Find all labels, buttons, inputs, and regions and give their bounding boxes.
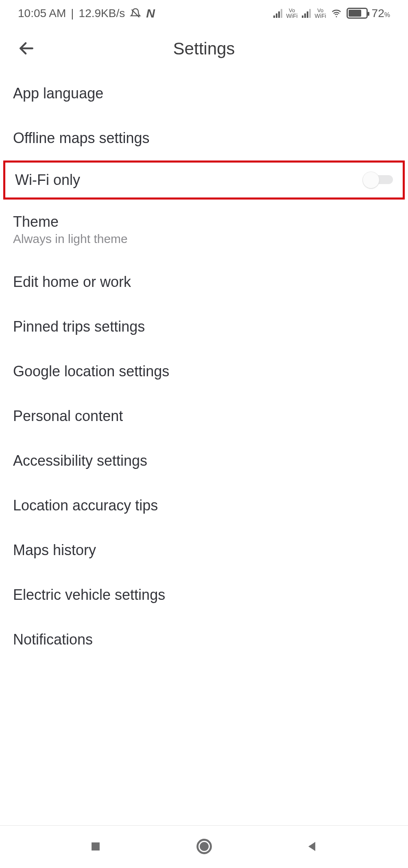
vowifi-icon-2: VoWiFi bbox=[315, 8, 326, 19]
nav-back-button[interactable] bbox=[301, 835, 323, 859]
item-google-location[interactable]: Google location settings bbox=[0, 349, 408, 394]
battery-percent: 72% bbox=[372, 7, 390, 20]
wifi-icon bbox=[330, 9, 343, 18]
switch-thumb bbox=[363, 172, 379, 188]
item-label: Offline maps settings bbox=[13, 130, 150, 147]
item-maps-history[interactable]: Maps history bbox=[0, 528, 408, 573]
item-label: App language bbox=[13, 85, 103, 102]
signal-icon-2 bbox=[302, 9, 311, 18]
status-bar: 10:05 AM | 12.9KB/s N VoWiFi VoWiFi 72% bbox=[0, 0, 408, 26]
nav-home-button[interactable] bbox=[191, 833, 217, 861]
signal-icon bbox=[273, 9, 282, 18]
highlight-wifi-only: Wi-Fi only bbox=[3, 161, 405, 200]
wifi-only-toggle[interactable] bbox=[364, 172, 393, 188]
item-accessibility[interactable]: Accessibility settings bbox=[0, 438, 408, 483]
item-label: Personal content bbox=[13, 408, 123, 425]
n-icon: N bbox=[146, 7, 155, 20]
app-bar: Settings bbox=[0, 26, 408, 71]
settings-list: App language Offline maps settings Wi-Fi… bbox=[0, 71, 408, 825]
item-label: Notifications bbox=[13, 631, 93, 648]
item-location-accuracy[interactable]: Location accuracy tips bbox=[0, 483, 408, 528]
item-personal-content[interactable]: Personal content bbox=[0, 394, 408, 438]
status-left: 10:05 AM | 12.9KB/s N bbox=[18, 7, 155, 20]
item-app-language[interactable]: App language bbox=[0, 71, 408, 116]
status-sep: | bbox=[71, 7, 74, 20]
item-sublabel: Always in light theme bbox=[13, 232, 128, 246]
item-offline-maps[interactable]: Offline maps settings bbox=[0, 116, 408, 161]
square-icon bbox=[89, 848, 103, 855]
nav-recents-button[interactable] bbox=[85, 835, 107, 859]
status-time: 10:05 AM bbox=[18, 7, 66, 20]
battery-icon bbox=[347, 8, 368, 19]
triangle-back-icon bbox=[305, 848, 319, 855]
back-button[interactable] bbox=[16, 39, 37, 59]
item-ev-settings[interactable]: Electric vehicle settings bbox=[0, 573, 408, 617]
svg-point-4 bbox=[200, 842, 209, 851]
svg-rect-2 bbox=[92, 842, 100, 851]
item-theme[interactable]: Theme Always in light theme bbox=[0, 200, 408, 260]
item-notifications[interactable]: Notifications bbox=[0, 617, 408, 662]
item-label: Theme bbox=[13, 213, 128, 230]
item-wifi-only[interactable]: Wi-Fi only bbox=[5, 163, 403, 197]
item-edit-home-work[interactable]: Edit home or work bbox=[0, 260, 408, 304]
item-pinned-trips[interactable]: Pinned trips settings bbox=[0, 304, 408, 349]
item-label: Electric vehicle settings bbox=[13, 586, 165, 603]
item-label: Pinned trips settings bbox=[13, 318, 145, 335]
item-label: Wi-Fi only bbox=[15, 171, 80, 189]
circle-icon bbox=[195, 851, 213, 857]
do-not-disturb-icon bbox=[130, 8, 141, 19]
system-nav-bar bbox=[0, 825, 408, 868]
arrow-back-icon bbox=[17, 39, 35, 59]
status-net-speed: 12.9KB/s bbox=[79, 7, 125, 20]
item-label: Location accuracy tips bbox=[13, 497, 158, 514]
vowifi-icon: VoWiFi bbox=[286, 8, 298, 19]
status-right: VoWiFi VoWiFi 72% bbox=[273, 7, 390, 20]
page-title: Settings bbox=[0, 39, 408, 59]
item-label: Google location settings bbox=[13, 363, 169, 380]
item-label: Maps history bbox=[13, 542, 96, 559]
item-label: Edit home or work bbox=[13, 273, 131, 291]
item-label: Accessibility settings bbox=[13, 452, 147, 469]
